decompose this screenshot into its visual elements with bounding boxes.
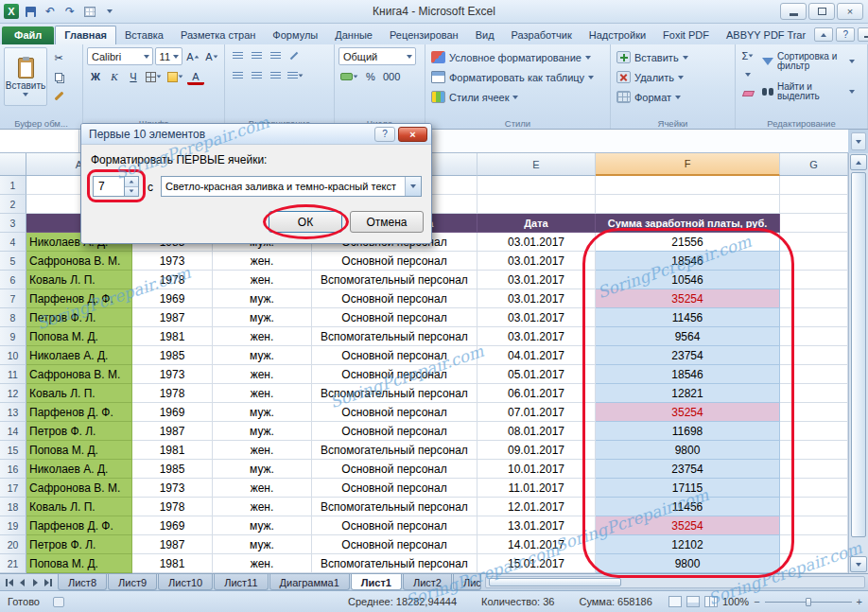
normal-view-icon[interactable] xyxy=(668,596,682,607)
cell-E11[interactable]: 05.01.2017 xyxy=(477,365,596,384)
cell-G1[interactable] xyxy=(780,176,848,195)
cell-C21[interactable]: жен. xyxy=(213,554,312,573)
zoom-level[interactable]: 100% xyxy=(722,596,749,607)
cell-C7[interactable]: муж. xyxy=(213,289,312,308)
group-label-editing[interactable]: Редактирование xyxy=(736,118,867,129)
merge-center-icon[interactable] xyxy=(286,67,305,84)
tab-Главная[interactable]: Главная xyxy=(55,26,116,44)
find-select-button[interactable]: Найти и выделить xyxy=(762,78,855,106)
cell-B8[interactable]: 1987 xyxy=(132,308,213,327)
cell-E14[interactable]: 08.01.2017 xyxy=(477,422,596,441)
cell-G13[interactable] xyxy=(780,403,848,422)
cell-D12[interactable]: Вспомогательный персонал xyxy=(312,384,477,403)
font-name-select[interactable]: Calibri xyxy=(87,47,153,65)
row-header-11[interactable]: 11 xyxy=(0,365,26,384)
cell-A10[interactable]: Николаев А. Д. xyxy=(26,346,132,365)
cell-B11[interactable]: 1973 xyxy=(132,365,213,384)
cut-icon[interactable]: ✂ xyxy=(50,49,67,66)
cell-G5[interactable] xyxy=(780,252,848,271)
font-size-select[interactable]: 11 xyxy=(155,47,182,65)
cell-F13[interactable]: 35254 xyxy=(596,403,780,422)
cell-F16[interactable]: 23754 xyxy=(596,460,780,479)
sheet-tab-Лист8[interactable]: Лист8 xyxy=(58,574,107,590)
tab-Рецензирован[interactable]: Рецензирован xyxy=(381,26,467,44)
cell-G11[interactable] xyxy=(780,365,848,384)
cell-C20[interactable]: муж. xyxy=(213,535,312,554)
cell-A20[interactable]: Петров Ф. Л. xyxy=(26,535,132,554)
cell-B14[interactable]: 1987 xyxy=(132,422,213,441)
cell-F9[interactable]: 9564 xyxy=(596,327,780,346)
cell-E15[interactable]: 09.01.2017 xyxy=(477,441,596,460)
format-painter-icon[interactable] xyxy=(50,87,67,104)
tab-Формулы[interactable]: Формулы xyxy=(264,26,326,44)
cell-E4[interactable]: 03.01.2017 xyxy=(477,233,596,252)
column-header-G[interactable]: G xyxy=(780,153,848,176)
cell-G2[interactable] xyxy=(780,195,848,214)
zoom-in-icon[interactable]: + xyxy=(857,596,862,607)
zoom-slider-thumb[interactable] xyxy=(806,598,811,606)
tab-ABBYY PDF Trar[interactable]: ABBYY PDF Trar xyxy=(718,26,814,44)
format-cells-button[interactable]: Формат xyxy=(615,87,731,107)
row-header-3[interactable]: 3 xyxy=(0,214,26,233)
cell-E17[interactable]: 11.01.2017 xyxy=(477,479,596,498)
cell-F21[interactable]: 9800 xyxy=(596,554,780,573)
cell-D8[interactable]: Основной персонал xyxy=(312,308,477,327)
cell-D11[interactable]: Основной персонал xyxy=(312,365,477,384)
cell-B9[interactable]: 1981 xyxy=(132,327,213,346)
cell-G10[interactable] xyxy=(780,346,848,365)
cell-G6[interactable] xyxy=(780,271,848,289)
cell-E3[interactable]: Дата xyxy=(477,214,596,233)
dropdown-arrow-icon[interactable] xyxy=(405,177,421,196)
cell-E20[interactable]: 14.01.2017 xyxy=(477,535,596,554)
row-header-19[interactable]: 19 xyxy=(0,516,26,535)
cell-D5[interactable]: Основной персонал xyxy=(312,252,477,271)
cell-B13[interactable]: 1969 xyxy=(132,403,213,422)
cell-E8[interactable]: 03.01.2017 xyxy=(477,308,596,327)
cell-D15[interactable]: Вспомогательный персонал xyxy=(312,441,477,460)
cell-G15[interactable] xyxy=(780,441,848,460)
tab-Вид[interactable]: Вид xyxy=(467,26,503,44)
cell-A12[interactable]: Коваль Л. П. xyxy=(26,384,132,403)
align-center-icon[interactable] xyxy=(248,67,265,84)
cell-B18[interactable]: 1978 xyxy=(132,498,213,516)
tab-Файл[interactable]: Файл xyxy=(2,26,54,44)
cell-G18[interactable] xyxy=(780,498,848,516)
cell-B7[interactable]: 1969 xyxy=(132,289,213,308)
cell-G19[interactable] xyxy=(780,516,848,535)
cell-C12[interactable]: жен. xyxy=(213,384,312,403)
cell-F6[interactable]: 10546 xyxy=(596,271,780,289)
underline-button[interactable]: Ч xyxy=(125,68,142,85)
first-sheet-icon[interactable] xyxy=(3,576,15,588)
vertical-scroll-thumb[interactable] xyxy=(851,172,866,537)
cell-D16[interactable]: Основной персонал xyxy=(312,460,477,479)
row-header-7[interactable]: 7 xyxy=(0,289,26,308)
cell-D13[interactable]: Основной персонал xyxy=(312,403,477,422)
row-header-6[interactable]: 6 xyxy=(0,271,26,289)
sheet-tab-Диаграмма1[interactable]: Диаграмма1 xyxy=(269,574,350,590)
cell-E9[interactable]: 03.01.2017 xyxy=(477,327,596,346)
cell-A6[interactable]: Коваль Л. П. xyxy=(26,271,132,289)
row-header-12[interactable]: 12 xyxy=(0,384,26,403)
tab-Вставка[interactable]: Вставка xyxy=(116,26,172,44)
spinner-up-icon[interactable] xyxy=(125,177,138,186)
align-bottom-icon[interactable] xyxy=(267,47,284,64)
cell-G4[interactable] xyxy=(780,233,848,252)
orientation-icon[interactable] xyxy=(286,47,303,64)
cell-A14[interactable]: Петров Ф. Л. xyxy=(26,422,132,441)
group-label-styles[interactable]: Стили xyxy=(425,118,610,129)
bold-button[interactable]: Ж xyxy=(87,68,104,85)
cell-A5[interactable]: Сафронова В. М. xyxy=(26,252,132,271)
clear-icon[interactable] xyxy=(739,85,756,102)
row-header-20[interactable]: 20 xyxy=(0,535,26,554)
cell-F19[interactable]: 35254 xyxy=(596,516,780,535)
cell-C19[interactable]: муж. xyxy=(213,516,312,535)
cell-C10[interactable]: муж. xyxy=(213,346,312,365)
sheet-tab-Лист2[interactable]: Лист2 xyxy=(403,574,452,590)
cell-D6[interactable]: Вспомогательный персонал xyxy=(312,271,477,289)
cell-B10[interactable]: 1985 xyxy=(132,346,213,365)
cell-A7[interactable]: Парфенов Д. Ф. xyxy=(26,289,132,308)
tab-Foxit PDF[interactable]: Foxit PDF xyxy=(654,26,718,44)
cell-B5[interactable]: 1973 xyxy=(132,252,213,271)
cell-E6[interactable]: 03.01.2017 xyxy=(477,271,596,289)
cell-F2[interactable] xyxy=(596,195,780,214)
